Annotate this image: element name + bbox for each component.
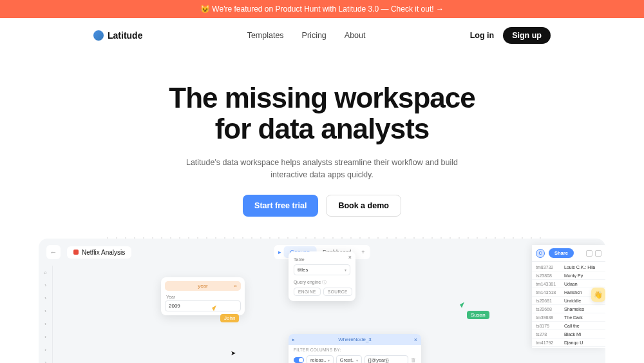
sidebar-chevron[interactable]: › [39,291,53,304]
hero-buttons: Start free trial Book a demo [0,195,644,217]
top-nav: Latitude Templates Pricing About Log in … [0,18,644,53]
table-row[interactable]: tm39888The Dark [532,313,605,322]
where-node[interactable]: ▸ WhereNode_3 × FILTER COLUMNS BY: relea… [289,334,421,363]
toggle-switch[interactable] [294,357,304,363]
chat-icon[interactable] [586,250,592,257]
chevron-down-icon: ▾ [345,268,346,272]
table-label: Table [294,257,305,262]
year-label: Year [166,295,241,299]
product-screenshot: ← Netflix Analysis ⌕ › › › › › › › ▸ Can… [39,239,605,363]
project-name: Netflix Analysis [82,249,125,256]
play-icon[interactable]: ▸ [292,337,295,342]
hero-title: The missing workspace for data analysts [0,83,644,145]
hero-section: The missing workspace for data analysts … [0,53,644,239]
sidebar-chevron[interactable]: › [39,330,53,343]
column-select[interactable]: releas..▾ [307,355,334,363]
results-table: tm83732Louis C.K.: Hila ts23808Monty Py … [532,262,605,348]
sidebar-chevron[interactable]: › [39,279,53,291]
engine-option[interactable]: ENGINE [294,288,321,296]
start-trial-button[interactable]: Start free trial [243,195,318,217]
add-tab-button[interactable]: + [357,249,368,255]
trash-icon[interactable]: 🗑 [411,357,416,363]
book-demo-button[interactable]: Book a demo [326,195,401,217]
source-option[interactable]: SOURCE [323,288,352,296]
close-icon[interactable]: × [234,283,237,289]
table-select[interactable]: titles ▾ [294,264,350,275]
cursor-label: John [220,314,239,322]
table-row[interactable]: ts20668Shameles [532,305,605,313]
cursor-icon [212,306,218,311]
project-chip[interactable]: Netflix Analysis [67,246,131,259]
share-button[interactable]: Share [549,248,574,258]
table-row[interactable]: ts278Black Mi [532,330,605,338]
nav-links: Templates Pricing About [247,31,366,40]
panel-header: C Share [532,245,605,262]
header-icons [586,250,601,257]
netflix-icon [73,250,79,255]
help-icon[interactable]: 👋 [591,288,605,302]
where-subtitle: FILTER COLUMNS BY: [289,345,421,353]
sidebar-chevron[interactable]: › [39,304,53,317]
table-row[interactable]: tm83732Louis C.K.: Hila [532,263,605,271]
logo[interactable]: Latitude [93,30,142,41]
nav-pricing[interactable]: Pricing [302,31,327,40]
where-header: ▸ WhereNode_3 × [289,334,421,345]
announcement-banner[interactable]: 😺 We're featured on Product Hunt with La… [0,0,644,18]
mini-sidebar: ⌕ › › › › › › › [39,266,53,363]
search-icon[interactable]: ⌕ [39,266,53,279]
more-icon[interactable] [595,250,601,257]
sidebar-chevron[interactable]: › [39,356,53,363]
engine-label: Query engine ⓘ [294,280,327,284]
login-link[interactable]: Log in [470,31,495,40]
table-row[interactable]: ts8175Call the [532,322,605,330]
filter-row: releas..▾ Great..▾ {{@year}} 🗑 [289,353,421,363]
close-icon[interactable]: × [348,254,352,260]
table-row[interactable]: tm41792Django U [532,338,605,347]
avatar[interactable]: C [536,249,545,258]
nav-about[interactable]: About [345,31,366,40]
year-header: year × [165,281,241,291]
table-popover: × Table titles ▾ Query engine ⓘ ENGINE S… [289,251,355,301]
operator-select[interactable]: Great..▾ [336,355,362,363]
engine-toggle[interactable]: ENGINE SOURCE [294,288,350,296]
cursor-susan: Susan [460,303,489,319]
sidebar-chevron[interactable]: › [39,317,53,330]
logo-icon [93,30,104,41]
brand-name: Latitude [108,30,142,41]
close-icon[interactable]: × [414,337,417,343]
back-button[interactable]: ← [46,245,61,259]
cursor-john: John [213,306,239,322]
nav-templates[interactable]: Templates [247,31,284,40]
hero-subtitle: Latitude's data workspace helps analysts… [0,157,644,181]
mouse-cursor-icon: ➤ [231,349,236,357]
nav-actions: Log in Sign up [470,27,551,44]
play-icon[interactable]: ▸ [276,249,284,255]
value-input[interactable]: {{@year}} [365,355,408,363]
signup-button[interactable]: Sign up [503,27,551,44]
cursor-label: Susan [467,311,489,319]
table-row[interactable]: ts23808Monty Py [532,271,605,280]
banner-text[interactable]: 😺 We're featured on Product Hunt with La… [200,5,444,14]
sidebar-chevron[interactable]: › [39,343,53,356]
cursor-icon [460,302,466,308]
